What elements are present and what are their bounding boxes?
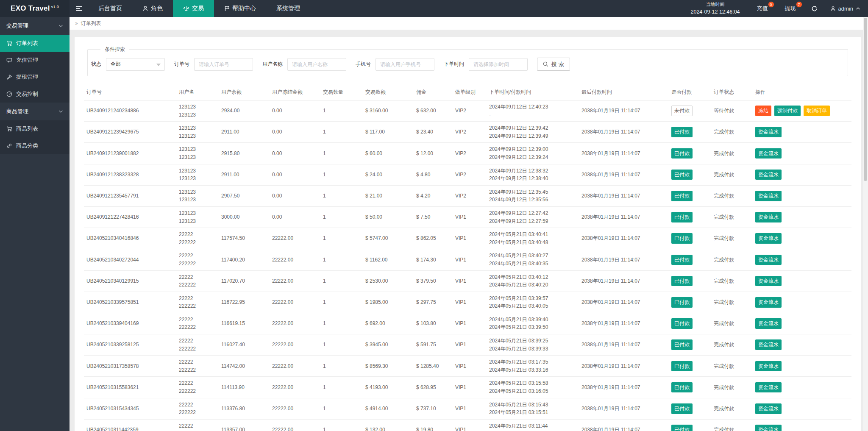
cell-amount: $ 24.00 xyxy=(363,164,414,185)
cell-pay-status: 已付款 xyxy=(669,249,711,270)
fund-flow-button[interactable]: 资金流水 xyxy=(755,127,782,137)
cell-order-status: 完成付款 xyxy=(711,313,753,334)
cell-actions: 资金流水 xyxy=(753,206,851,228)
fund-flow-button[interactable]: 资金流水 xyxy=(755,212,782,222)
sidebar-item[interactable]: 充值管理 xyxy=(0,52,70,69)
nav-item-dashboard[interactable]: 后台首页 xyxy=(88,0,132,17)
cell-balance: 117574.50 xyxy=(219,228,270,249)
cell-frozen: 22222.00 xyxy=(270,398,320,419)
table-row: UB2409121240234886 123123123123 2934.00 … xyxy=(84,100,851,122)
cell-level: VIP2 xyxy=(453,143,487,164)
cell-balance: 2907.50 xyxy=(219,185,270,206)
fund-flow-button[interactable]: 资金流水 xyxy=(755,361,782,372)
cell-balance: 2911.00 xyxy=(219,164,270,185)
sidebar-item[interactable]: 商品分类 xyxy=(0,137,70,154)
cell-balance: 2911.00 xyxy=(219,122,270,143)
fund-flow-button[interactable]: 资金流水 xyxy=(755,233,782,244)
cell-qty: 1 xyxy=(320,356,363,377)
user-menu[interactable]: admin xyxy=(824,0,868,17)
sidebar-item[interactable]: 订单列表 xyxy=(0,35,70,52)
phone-label: 手机号 xyxy=(356,61,371,68)
page-scrollbar[interactable] xyxy=(863,17,868,431)
sidebar-group-title[interactable]: 交易管理 xyxy=(0,17,70,35)
menu-toggle-button[interactable] xyxy=(70,0,88,17)
sidebar-item[interactable]: 交易控制 xyxy=(0,86,70,103)
fund-flow-button[interactable]: 资金流水 xyxy=(755,297,782,308)
table-row: UB2409121239429675 123123123123 2911.00 … xyxy=(84,122,851,143)
cell-level: VIP1 xyxy=(453,292,487,313)
cell-balance: 2934.00 xyxy=(219,100,270,122)
table-row: UB2405210339575851 22222222222 116722.95… xyxy=(84,292,851,313)
cell-order-no: UB2405210317358578 xyxy=(84,356,176,377)
cart-icon xyxy=(6,126,12,132)
search-icon xyxy=(543,61,548,67)
nav-item-help-center[interactable]: 帮助中心 xyxy=(214,0,266,17)
cell-qty: 1 xyxy=(320,206,363,228)
force-pay-button[interactable]: 强制付款 xyxy=(774,106,801,116)
cell-commission: $ 4.20 xyxy=(414,185,453,206)
fund-flow-button[interactable]: 资金流水 xyxy=(755,170,782,180)
cell-order-status: 完成付款 xyxy=(711,249,753,270)
nav-item-trade[interactable]: 交易 xyxy=(173,0,214,17)
sidebar-group-label: 商品管理 xyxy=(6,108,28,115)
cell-actions: 资金流水 xyxy=(753,185,851,206)
cell-order-status: 完成付款 xyxy=(711,228,753,249)
order-no-input[interactable] xyxy=(194,58,253,71)
cell-actions: 资金流水 xyxy=(753,334,851,356)
freeze-button[interactable]: 冻结 xyxy=(755,106,771,116)
cell-pay-status: 已付款 xyxy=(669,292,711,313)
phone-input[interactable] xyxy=(376,58,434,71)
sidebar-item[interactable]: 提现管理 xyxy=(0,69,70,86)
cell-level: VIP2 xyxy=(453,100,487,122)
fund-flow-button[interactable]: 资金流水 xyxy=(755,318,782,329)
sidebar-group-label: 交易管理 xyxy=(6,22,28,30)
fund-flow-button[interactable]: 资金流水 xyxy=(755,255,782,265)
cell-amount: $ 692.00 xyxy=(363,313,414,334)
refresh-button[interactable] xyxy=(804,0,824,17)
pay-status-badge: 已付款 xyxy=(671,403,693,414)
col-user-name: 用户名 xyxy=(176,85,219,100)
table-row: UB2405210315434345 22222222222 113376.80… xyxy=(84,398,851,419)
withdraw-button[interactable]: 提现 7 xyxy=(776,0,804,17)
nav-item-system[interactable]: 系统管理 xyxy=(266,0,310,17)
cell-actions: 资金流水 xyxy=(753,292,851,313)
cell-amount: $ 3945.00 xyxy=(363,334,414,356)
table-row: UB2409121227428416 123123123123 3000.00 … xyxy=(84,206,851,228)
fund-flow-button[interactable]: 资金流水 xyxy=(755,403,782,414)
cell-level: VIP1 xyxy=(453,334,487,356)
cell-last-pay-time: 2038年01月19日 11:14:07 xyxy=(579,206,669,228)
fund-flow-button[interactable]: 资金流水 xyxy=(755,382,782,393)
breadcrumb-current: 订单列表 xyxy=(81,20,101,27)
nav-item-roles[interactable]: 角色 xyxy=(132,0,173,17)
cancel-order-button[interactable]: 取消订单 xyxy=(804,106,830,116)
cell-frozen: 22222.00 xyxy=(270,334,320,356)
fund-flow-button[interactable]: 资金流水 xyxy=(755,339,782,350)
cell-order-time: 2024年09月12日 12:38:322024年09月12日 12:38:40 xyxy=(487,164,579,185)
cell-actions: 资金流水 xyxy=(753,122,851,143)
cell-last-pay-time: 2038年01月19日 11:14:07 xyxy=(579,292,669,313)
recharge-button[interactable]: 充值 0 xyxy=(748,0,776,17)
cell-qty: 1 xyxy=(320,313,363,334)
fund-flow-button[interactable]: 资金流水 xyxy=(755,191,782,201)
status-select[interactable]: 全部 xyxy=(106,58,165,71)
cell-qty: 1 xyxy=(320,185,363,206)
username-input[interactable] xyxy=(287,58,346,71)
cell-balance: 116027.40 xyxy=(219,334,270,356)
table-row: UB2405210339404169 22222222222 116619.15… xyxy=(84,313,851,334)
cell-qty: 1 xyxy=(320,100,363,122)
fund-flow-button[interactable]: 资金流水 xyxy=(755,276,782,286)
cell-order-status: 完成付款 xyxy=(711,164,753,185)
search-button[interactable]: 搜 索 xyxy=(537,58,570,71)
cell-amount: $ 2530.00 xyxy=(363,270,414,292)
order-time-input[interactable] xyxy=(469,58,528,71)
col-balance: 用户余额 xyxy=(219,85,270,100)
fund-flow-button[interactable]: 资金流水 xyxy=(755,425,782,431)
sidebar-group-title[interactable]: 商品管理 xyxy=(0,103,70,120)
table-row: UB2405210315583621 22222222222 114113.90… xyxy=(84,377,851,398)
scrollbar-thumb[interactable] xyxy=(864,18,867,181)
sidebar-item[interactable]: 商品列表 xyxy=(0,120,70,137)
cell-last-pay-time: 2038年01月19日 11:14:07 xyxy=(579,377,669,398)
col-level: 做单级别 xyxy=(453,85,487,100)
fund-flow-button[interactable]: 资金流水 xyxy=(755,148,782,159)
cell-qty: 1 xyxy=(320,228,363,249)
